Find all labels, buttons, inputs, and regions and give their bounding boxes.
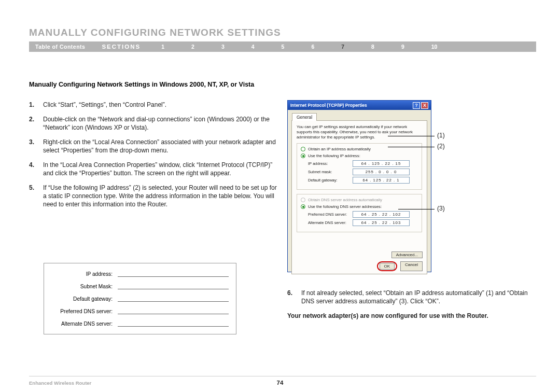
tcpip-dialog: Internet Protocol (TCP/IP) Properties ? … (287, 100, 431, 272)
nav-bar: Table of Contents SECTIONS 1 2 3 4 5 6 7… (29, 41, 536, 52)
footer-product: Enhanced Wireless Router (29, 380, 91, 386)
callout-1: (1) (437, 132, 445, 139)
dialog-body: You can get IP settings assigned automat… (291, 120, 427, 274)
nav-10[interactable]: 10 (431, 44, 438, 50)
step-3: 3.Right-click on the “Local Area Connect… (29, 138, 277, 155)
final-note: Your network adapter(s) are now configur… (287, 312, 488, 319)
nav-sections-label: SECTIONS (102, 44, 141, 50)
steps-list-right: 6.If not already selected, select “Obtai… (287, 289, 536, 309)
dialog-title: Internet Protocol (TCP/IP) Properties (290, 103, 367, 108)
help-icon[interactable]: ? (413, 102, 420, 109)
nav-9[interactable]: 9 (401, 44, 404, 50)
nav-5[interactable]: 5 (282, 44, 285, 50)
steps-list-left: 1.Click “Start”, “Settings”, then “Contr… (29, 101, 277, 215)
nav-8[interactable]: 8 (371, 44, 374, 50)
footer-divider (29, 376, 536, 376)
section-heading: Manually Configuring Network Settings in… (29, 81, 254, 88)
page-number: 74 (277, 380, 284, 386)
step-5: 5.If “Use the following IP address” (2) … (29, 184, 277, 208)
ok-highlight-ring: OK (377, 261, 398, 271)
bt-adns: Alternate DNS server: (51, 321, 113, 327)
bt-pdns: Preferred DNS server: (51, 309, 113, 314)
callout-2: (2) (437, 143, 445, 150)
bt-ip: IP address: (51, 271, 113, 277)
nav-2[interactable]: 2 (191, 44, 194, 50)
dialog-titlebar: Internet Protocol (TCP/IP) Properties ? … (288, 101, 431, 110)
preferred-dns-field[interactable]: 64 . 25 . 22 . 102 (353, 211, 410, 218)
gateway-field[interactable]: 64 . 125 . 22 . 1 (353, 177, 410, 184)
radio-obtain-dns[interactable]: Obtain DNS server address automatically (301, 198, 418, 202)
dialog-intro: You can get IP settings assigned automat… (297, 124, 422, 140)
nav-3[interactable]: 3 (221, 44, 225, 50)
step-1: 1.Click “Start”, “Settings”, then “Contr… (29, 101, 277, 109)
page-title: MANUALLY CONFIGURING NETWORK SETTINGS (29, 27, 281, 38)
dns-group: Obtain DNS server address automatically … (297, 194, 422, 232)
tab-general[interactable]: General (292, 113, 317, 121)
callout-3: (3) (437, 205, 445, 212)
subnet-mask-field[interactable]: 255 . 0 . 0 . 0 (353, 169, 410, 175)
nav-1[interactable]: 1 (161, 44, 164, 50)
radio-use-dns[interactable]: Use the following DNS server addresses: (301, 204, 418, 209)
alternate-dns-field[interactable]: 64 . 25 . 22 . 103 (353, 219, 410, 226)
cancel-button[interactable]: Cancel (400, 261, 423, 271)
bt-subnet: Subnet Mask: (51, 284, 113, 289)
step-4: 4.In the “Local Area Connection Properti… (29, 161, 277, 177)
ok-button[interactable]: OK (380, 263, 395, 270)
advanced-button[interactable]: Advanced... (391, 251, 423, 258)
step-6: 6.If not already selected, select “Obtai… (287, 289, 536, 305)
ip-group: Obtain an IP address automatically Use t… (297, 143, 422, 190)
ip-address-field[interactable]: 64 . 125 . 22 . 15 (353, 160, 410, 167)
nav-section-numbers: 1 2 3 4 5 6 7 8 9 10 (161, 44, 437, 50)
close-icon[interactable]: X (421, 102, 428, 109)
nav-7[interactable]: 7 (341, 44, 344, 50)
bt-gateway: Default gateway: (51, 296, 113, 302)
blank-info-table: IP address: Subnet Mask: Default gateway… (44, 263, 236, 334)
nav-4[interactable]: 4 (251, 44, 255, 50)
nav-6[interactable]: 6 (311, 44, 314, 50)
radio-obtain-ip[interactable]: Obtain an IP address automatically (301, 147, 418, 151)
radio-use-ip[interactable]: Use the following IP address: (301, 153, 418, 158)
nav-toc[interactable]: Table of Contents (35, 44, 85, 50)
step-2: 2.Double-click on the “Network and dial-… (29, 115, 277, 132)
